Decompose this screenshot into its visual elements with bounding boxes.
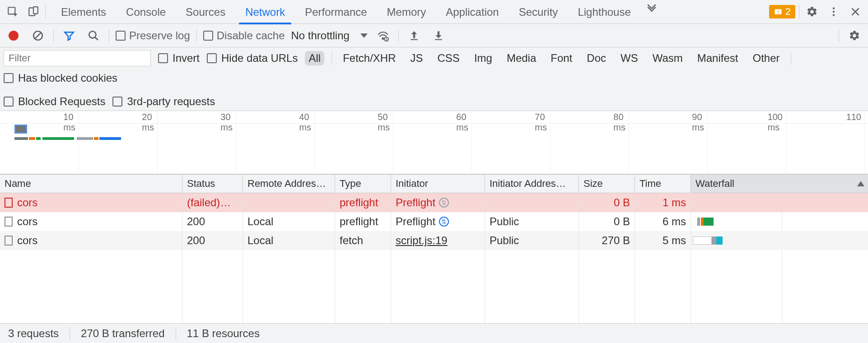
col-initiator[interactable]: Initiator [391,175,485,193]
cell-type: preflight [335,193,391,212]
overview-bar [77,137,93,140]
tab-performance[interactable]: Performance [295,0,377,24]
status-resources: 11 B resources [187,327,260,340]
tab-lighthouse[interactable]: Lighthouse [568,0,640,24]
cell-initiator[interactable]: Preflight⇅ [391,212,485,231]
divider [799,5,799,19]
divider [839,29,839,42]
document-icon [5,217,13,227]
close-icon[interactable] [846,3,864,21]
network-conditions-icon[interactable] [374,27,392,45]
record-button[interactable] [5,27,23,45]
col-waterfall-label: Waterfall [695,178,734,190]
checkbox-icon [112,97,122,107]
clear-icon[interactable] [29,27,47,45]
initiator-link[interactable]: script.js:19 [396,234,448,247]
preflight-link-icon[interactable]: ⇅ [439,198,449,208]
sort-ascending-icon [857,181,864,186]
col-waterfall[interactable]: Waterfall [691,175,868,193]
tab-sources[interactable]: Sources [176,0,235,24]
divider [791,52,791,65]
tab-memory[interactable]: Memory [377,0,436,24]
table-row[interactable]: cors (failed)… preflight Preflight⇅ 0 B … [0,193,868,212]
cell-time: 1 ms [635,193,691,212]
table-header: Name Status Remote Addres… Type Initiato… [0,174,868,193]
invert-checkbox[interactable]: Invert [158,52,200,65]
tab-security[interactable]: Security [509,0,568,24]
filter-type-manifest[interactable]: Manifest [694,51,742,65]
blocked-requests-checkbox[interactable]: Blocked Requests [4,95,105,108]
filter-type-img[interactable]: Img [471,51,496,65]
col-status[interactable]: Status [182,175,243,193]
cell-size: 0 B [579,193,635,212]
cell-type: preflight [335,212,391,231]
filter-type-doc[interactable]: Doc [583,51,610,65]
filter-type-other[interactable]: Other [749,51,783,65]
table-body: cors (failed)… preflight Preflight⇅ 0 B … [0,193,868,323]
hide-data-urls-checkbox[interactable]: Hide data URLs [207,52,298,65]
col-name[interactable]: Name [0,175,182,193]
tick-label: 50 ms [378,112,390,133]
network-settings-gear-icon[interactable] [845,27,863,45]
issues-badge[interactable]: 2 [769,5,795,19]
third-party-checkbox[interactable]: 3rd-party requests [112,95,215,108]
overview-selection[interactable] [14,125,27,134]
timeline-overview[interactable]: 10 ms 20 ms 30 ms 40 ms 50 ms 60 ms 70 m… [0,111,868,174]
filter-type-ws[interactable]: WS [617,51,642,65]
document-icon [5,236,13,246]
more-tabs-icon[interactable] [641,0,663,18]
cell-initiator[interactable]: script.js:19 [391,231,485,250]
blocked-requests-label: Blocked Requests [18,95,105,108]
tab-application[interactable]: Application [436,0,509,24]
cell-status: 200 [182,231,243,250]
waterfall-bar [712,236,716,245]
tick-label: 40 ms [299,112,311,133]
overview-bar [94,137,98,140]
tab-console[interactable]: Console [116,0,176,24]
col-initiator-address[interactable]: Initiator Addres… [485,175,579,193]
upload-har-icon[interactable] [405,27,423,45]
filter-type-js[interactable]: JS [407,51,427,65]
tick-label: 90 ms [692,112,704,133]
filter-icon[interactable] [60,27,78,45]
throttling-select[interactable]: No throttling [291,29,367,42]
inspect-element-icon[interactable] [4,3,22,21]
has-blocked-cookies-checkbox[interactable]: Has blocked cookies [4,72,117,84]
preserve-log-checkbox[interactable]: Preserve log [116,29,190,42]
invert-label: Invert [173,52,200,65]
checkbox-icon [203,31,213,41]
preflight-link-icon[interactable]: ⇅ [439,217,449,227]
kebab-menu-icon[interactable] [825,3,843,21]
search-icon[interactable] [84,27,103,45]
waterfall-bar [693,236,712,245]
download-har-icon[interactable] [429,27,448,45]
filter-type-wasm[interactable]: Wasm [649,51,686,65]
filter-type-fetch-xhr[interactable]: Fetch/XHR [339,51,399,65]
svg-rect-13 [411,39,417,40]
cell-initiator[interactable]: Preflight⇅ [391,193,485,212]
cell-waterfall [691,231,868,250]
col-remote-address[interactable]: Remote Addres… [243,175,335,193]
settings-gear-icon[interactable] [803,3,821,21]
table-row[interactable]: cors 200 Local preflight Preflight⇅ Publ… [0,212,868,231]
col-time[interactable]: Time [635,175,691,193]
cell-name: cors [0,212,182,231]
filter-type-css[interactable]: CSS [434,51,463,65]
waterfall-bar [697,218,700,226]
filter-input[interactable] [4,50,151,66]
tab-elements[interactable]: Elements [51,0,116,24]
tick-label: 70 ms [535,112,547,133]
filter-type-font[interactable]: Font [547,51,576,65]
cell-initiator-address: Public [485,212,579,231]
col-type[interactable]: Type [335,175,391,193]
filter-type-all[interactable]: All [305,51,324,65]
filter-type-media[interactable]: Media [503,51,540,65]
network-filterbar: Invert Hide data URLs All Fetch/XHR JS C… [0,47,868,111]
col-size[interactable]: Size [579,175,635,193]
tab-network[interactable]: Network [235,0,295,24]
cell-size: 0 B [579,212,635,231]
table-row[interactable]: cors 200 Local fetch script.js:19 Public… [0,231,868,250]
waterfall-bar [704,218,714,226]
disable-cache-checkbox[interactable]: Disable cache [203,29,285,42]
device-toolbar-icon[interactable] [24,3,42,21]
